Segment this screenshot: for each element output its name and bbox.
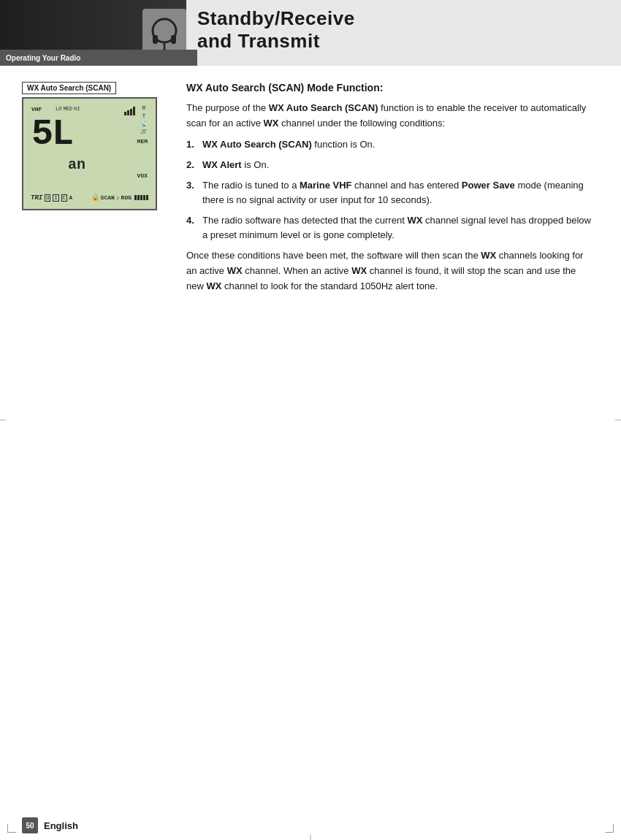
radio-bottom-right: 🔒 SCAN ♪ ROG <box>91 194 148 202</box>
i-indicator: I <box>53 194 58 202</box>
item1-bold: WX Auto Search (SCAN) <box>202 139 312 150</box>
wx-label: WX Auto Search (SCAN) <box>22 82 116 94</box>
header-title-line1: Standby/Receive <box>197 7 355 30</box>
list-item-4: 4. The radio software has detected that … <box>186 213 592 243</box>
intro-bold: WX Auto Search (SCAN) <box>269 102 378 113</box>
scan-label: SCAN <box>101 194 115 201</box>
radio-vhf-label: VHF <box>31 106 42 112</box>
mem-label: MEM <box>137 138 148 145</box>
list-content-1: WX Auto Search (SCAN) function is On. <box>202 137 592 152</box>
item3-prefix: The radio is tuned to a <box>202 180 300 191</box>
header-subtitle-text: Operating Your Radio <box>6 54 80 62</box>
signal-bar-4 <box>133 107 135 115</box>
footer-language: English <box>44 820 78 831</box>
intro-text-end: channel under the following conditions: <box>278 118 445 129</box>
list-item-2: 2. WX Alert is On. <box>186 158 592 172</box>
hi-label: HI <box>74 106 80 112</box>
r-icon: R <box>142 104 146 111</box>
radio-display-inner: VHF LO MED HI R <box>28 103 151 205</box>
lo-label: LO <box>56 106 61 112</box>
header-subtitle-bar: Operating Your Radio <box>0 50 197 66</box>
intro-paragraph: The purpose of the WX Auto Search (SCAN)… <box>186 101 592 131</box>
radio-signal-area <box>124 105 135 115</box>
radio-display: VHF LO MED HI R <box>22 97 157 210</box>
right-panel: WX Auto Search (SCAN) Mode Function: The… <box>186 82 592 796</box>
weather-icon: ⛈ <box>141 129 147 135</box>
closing-bold1: WX <box>481 250 496 261</box>
t-icon: T <box>142 112 146 119</box>
list-num-3: 3. <box>186 178 198 207</box>
radio-bottom-left: TRI U I C A <box>31 194 72 202</box>
list-num-4: 4. <box>186 213 198 243</box>
svg-rect-1 <box>153 35 158 44</box>
bat-bar-4 <box>143 195 145 200</box>
closing-final: channel to look for the standard 1050Hz … <box>221 280 438 291</box>
closing-bold3: WX <box>351 265 367 276</box>
closing-paragraph: Once these conditions have been met, the… <box>186 248 592 294</box>
list-item-1: 1. WX Auto Search (SCAN) function is On. <box>186 137 592 152</box>
signal-bars <box>124 105 135 115</box>
item3-mid1: channel and has entered <box>352 180 462 191</box>
signal-bar-3 <box>130 109 132 115</box>
vox-label: VOX <box>137 172 148 179</box>
item2-rest: is On. <box>242 159 270 170</box>
rog-label: ROG <box>121 194 132 201</box>
radio-right-icons: R T 📡 ⛈ <box>140 104 148 135</box>
list-content-2: WX Alert is On. <box>202 158 592 172</box>
header-bar: Standby/Receive and Transmit Operating Y… <box>0 0 621 66</box>
item2-bold: WX Alert <box>202 159 242 170</box>
header-title-block: Standby/Receive and Transmit <box>197 7 355 53</box>
signal-bar-2 <box>127 110 129 115</box>
radio-bottom-row: TRI U I C A 🔒 SCAN ♪ ROG <box>31 194 148 202</box>
radio-power-labels: LO MED HI <box>56 106 80 112</box>
item4-prefix: The radio software has detected that the… <box>202 215 407 226</box>
med-label: MED <box>63 106 72 112</box>
closing-bold2: WX <box>227 265 243 276</box>
list-num-1: 1. <box>186 137 198 152</box>
a-indicator: A <box>69 195 72 201</box>
tri-label: TRI <box>31 194 42 202</box>
bat-bar-1 <box>134 195 137 200</box>
left-panel: WX Auto Search (SCAN) VHF LO MED HI <box>22 82 168 796</box>
closing-text-pre1: Once these conditions have been met, the… <box>186 250 481 261</box>
u-indicator: U <box>45 194 50 202</box>
closing-bold4: WX <box>206 280 221 291</box>
bat-bar-2 <box>137 195 140 200</box>
list-item-3: 3. The radio is tuned to a Marine VHF ch… <box>186 178 592 207</box>
item3-bold2: Power Save <box>462 180 515 191</box>
lock-icon: 🔒 <box>91 194 99 202</box>
c-indicator: C <box>61 194 67 202</box>
section-title: WX Auto Search (SCAN) Mode Function: <box>186 82 592 93</box>
section-body: The purpose of the WX Auto Search (SCAN)… <box>186 101 592 294</box>
radio-sub-text: an <box>68 158 85 172</box>
list-num-2: 2. <box>186 158 198 172</box>
speaker-icon: ♪ <box>116 194 120 201</box>
header-title-line2: and Transmit <box>197 30 355 53</box>
battery-bars <box>134 195 148 200</box>
item4-bold1: WX <box>407 215 422 226</box>
signal-bar-1 <box>124 112 126 115</box>
bat-bar-5 <box>146 195 148 200</box>
bat-bar-3 <box>140 195 142 200</box>
list-content-4: The radio software has detected that the… <box>202 213 592 243</box>
item1-rest: function is On. <box>312 139 376 150</box>
intro-text-before: The purpose of the <box>186 102 269 113</box>
intro-wx-bold: WX <box>264 118 279 129</box>
footer: 50 English <box>0 811 621 840</box>
list-content-3: The radio is tuned to a Marine VHF chann… <box>202 178 592 207</box>
radio-main-digits: 5L <box>31 116 72 153</box>
antenna-icon: 📡 <box>140 121 148 127</box>
closing-mid2: channel. When an active <box>243 265 352 276</box>
content-area: WX Auto Search (SCAN) VHF LO MED HI <box>0 67 621 811</box>
item3-bold1: Marine VHF <box>300 180 352 191</box>
svg-rect-2 <box>171 35 176 44</box>
numbered-list: 1. WX Auto Search (SCAN) function is On.… <box>186 137 592 243</box>
page-number-box: 50 <box>22 817 38 833</box>
